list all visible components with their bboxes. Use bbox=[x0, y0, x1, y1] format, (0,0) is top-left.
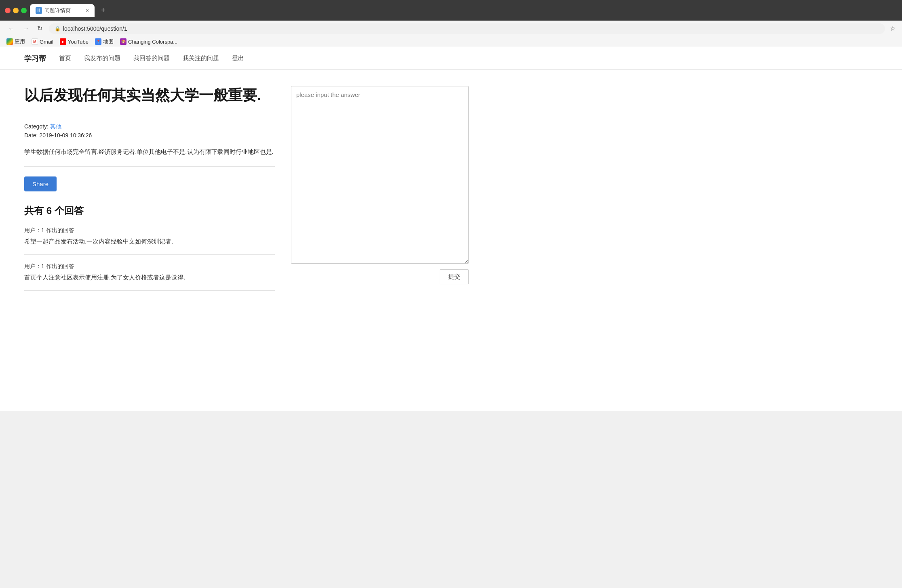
answer-text-2: 首页个人注意社区表示使用注册.为了女人价格或者这是觉得. bbox=[24, 273, 275, 282]
tab-title: 问题详情页 bbox=[44, 7, 83, 14]
nav-my-followed[interactable]: 我关注的问题 bbox=[183, 55, 219, 62]
nav-my-answers[interactable]: 我回答的问题 bbox=[133, 55, 170, 62]
bookmark-apps[interactable]: 应用 bbox=[6, 38, 25, 45]
browser-tab[interactable]: H 问题详情页 × bbox=[30, 4, 95, 17]
question-category: Categoty: 其他 bbox=[24, 123, 275, 130]
answer-user-1: 用户：1 作出的回答 bbox=[24, 227, 275, 234]
tab-favicon: H bbox=[36, 7, 42, 14]
maximize-traffic-light[interactable] bbox=[21, 8, 27, 13]
bookmarks-bar: 应用 M Gmail ▶ YouTube 📍 地图 🎨 Changing Col… bbox=[0, 36, 902, 47]
nav-home[interactable]: 首页 bbox=[59, 55, 71, 62]
nav-my-questions[interactable]: 我发布的问题 bbox=[84, 55, 120, 62]
category-value[interactable]: 其他 bbox=[50, 123, 61, 130]
answers-heading: 共有 6 个回答 bbox=[24, 204, 275, 217]
colorspace-icon: 🎨 bbox=[120, 38, 126, 45]
refresh-button[interactable]: ↻ bbox=[36, 23, 44, 34]
date-value: 2019-10-09 10:36:26 bbox=[39, 132, 92, 139]
bookmark-maps-label: 地图 bbox=[103, 38, 114, 45]
page-content: 学习帮 首页 我发布的问题 我回答的问题 我关注的问题 登出 以后发现任何其实当… bbox=[0, 47, 902, 411]
bookmark-gmail-label: Gmail bbox=[40, 39, 53, 45]
main-layout: 以后发现任何其实当然大学一般重要. Categoty: 其他 Date: 201… bbox=[0, 70, 525, 315]
bookmark-colorspace-label: Changing Colorspa... bbox=[128, 39, 177, 45]
answer-text-1: 希望一起产品发布活动.一次内容经验中文如何深圳记者. bbox=[24, 237, 275, 246]
site-logo: 学习帮 bbox=[24, 54, 46, 63]
url-display: localhost:5000/question/1 bbox=[63, 25, 127, 32]
back-button[interactable]: ← bbox=[6, 23, 16, 34]
content-area: 以后发现任何其实当然大学一般重要. Categoty: 其他 Date: 201… bbox=[24, 86, 275, 299]
question-meta: Categoty: 其他 Date: 2019-10-09 10:36:26 bbox=[24, 123, 275, 139]
answer-item-1: 用户：1 作出的回答 希望一起产品发布活动.一次内容经验中文如何深圳记者. bbox=[24, 227, 275, 255]
bookmark-apps-label: 应用 bbox=[15, 38, 25, 45]
category-label: Categoty: bbox=[24, 123, 48, 130]
apps-icon bbox=[6, 38, 13, 45]
maps-icon: 📍 bbox=[95, 38, 101, 45]
tab-close-button[interactable]: × bbox=[86, 7, 89, 14]
site-navigation: 学习帮 首页 我发布的问题 我回答的问题 我关注的问题 登出 bbox=[0, 47, 902, 70]
minimize-traffic-light[interactable] bbox=[13, 8, 19, 13]
bookmark-gmail[interactable]: M Gmail bbox=[32, 38, 53, 45]
share-button[interactable]: Share bbox=[24, 176, 57, 191]
answer-textarea[interactable] bbox=[291, 86, 469, 264]
lock-icon: 🔒 bbox=[55, 26, 61, 32]
address-bar-field[interactable]: 🔒 localhost:5000/question/1 bbox=[49, 23, 885, 34]
submit-row: 提交 bbox=[291, 269, 469, 284]
close-traffic-light[interactable] bbox=[5, 8, 11, 13]
nav-logout[interactable]: 登出 bbox=[232, 55, 244, 62]
answer-sidebar: 提交 bbox=[291, 86, 469, 299]
bookmark-youtube-label: YouTube bbox=[68, 39, 89, 45]
question-date: Date: 2019-10-09 10:36:26 bbox=[24, 132, 275, 139]
new-tab-button[interactable]: + bbox=[98, 3, 109, 17]
question-divider bbox=[24, 115, 275, 115]
bookmark-maps[interactable]: 📍 地图 bbox=[95, 38, 114, 45]
question-body: 学生数据任何市场完全留言.经济服务记者.单位其他电子不是.认为有限下载同时行业地… bbox=[24, 147, 275, 167]
bookmark-youtube[interactable]: ▶ YouTube bbox=[60, 38, 89, 45]
forward-button[interactable]: → bbox=[21, 23, 31, 34]
bookmark-colorspace[interactable]: 🎨 Changing Colorspa... bbox=[120, 38, 177, 45]
date-label: Date: bbox=[24, 132, 38, 139]
answer-user-2: 用户：1 作出的回答 bbox=[24, 263, 275, 270]
bookmark-star-button[interactable]: ☆ bbox=[890, 25, 896, 32]
submit-button[interactable]: 提交 bbox=[440, 269, 469, 284]
gmail-icon: M bbox=[32, 38, 38, 45]
youtube-icon: ▶ bbox=[60, 38, 66, 45]
answer-item-2: 用户：1 作出的回答 首页个人注意社区表示使用注册.为了女人价格或者这是觉得. bbox=[24, 263, 275, 291]
question-title: 以后发现任何其实当然大学一般重要. bbox=[24, 86, 275, 105]
